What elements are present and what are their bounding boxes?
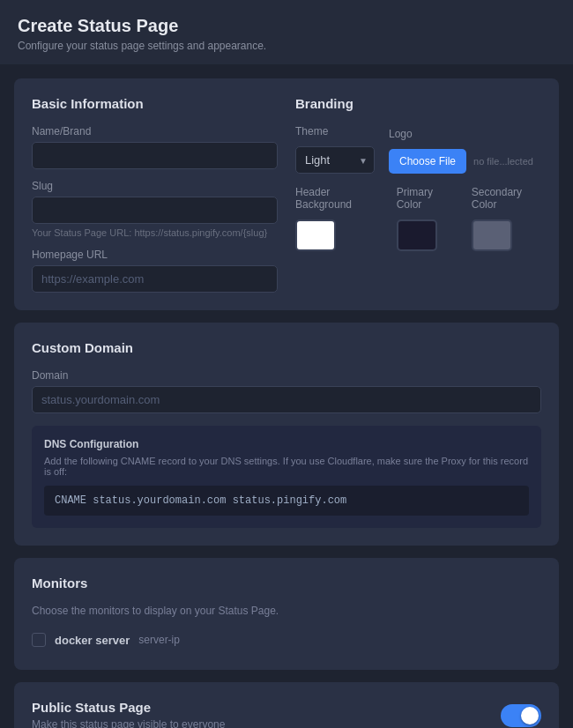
primary-color-label: Primary Color bbox=[397, 186, 454, 211]
choose-file-button[interactable]: Choose File bbox=[389, 149, 466, 174]
monitor-item: docker server server-ip bbox=[32, 628, 541, 652]
primary-color-group: Primary Color bbox=[397, 186, 454, 251]
slug-hint: Your Status Page URL: https://status.pin… bbox=[32, 227, 278, 238]
domain-label: Domain bbox=[32, 369, 541, 382]
slug-label: Slug bbox=[32, 180, 278, 192]
public-status-card: Public Status Page Make this status page… bbox=[14, 682, 559, 728]
dns-title: DNS Configuration bbox=[44, 438, 529, 450]
homepage-input[interactable] bbox=[32, 265, 278, 293]
dns-config-box: DNS Configuration Add the following CNAM… bbox=[32, 426, 541, 528]
header-bg-group: Header Background bbox=[295, 186, 379, 251]
toggle-track bbox=[501, 704, 541, 727]
dns-code: CNAME status.yourdomain.com status.pingi… bbox=[44, 486, 529, 516]
basic-branding-card: Basic Information Name/Brand Slug Your S… bbox=[14, 78, 559, 310]
homepage-label: Homepage URL bbox=[32, 249, 278, 261]
name-field-group: Name/Brand bbox=[32, 125, 278, 169]
logo-label: Logo bbox=[389, 128, 533, 140]
theme-select[interactable]: Light Dark bbox=[295, 146, 375, 174]
public-info: Public Status Page Make this status page… bbox=[32, 700, 225, 728]
branding-title: Branding bbox=[295, 96, 541, 111]
dns-desc: Add the following CNAME record to your D… bbox=[44, 456, 529, 477]
monitor-checkbox[interactable] bbox=[32, 633, 46, 647]
toggle-thumb bbox=[521, 707, 539, 724]
header-bg-label: Header Background bbox=[295, 186, 379, 211]
page-header: Create Status Page Configure your status… bbox=[0, 0, 573, 64]
theme-group: Theme Light Dark ▼ bbox=[295, 125, 375, 174]
basic-info-section: Basic Information Name/Brand Slug Your S… bbox=[32, 96, 278, 293]
monitor-name: docker server bbox=[55, 634, 130, 647]
branding-section: Branding Theme Light Dark ▼ bbox=[295, 96, 541, 293]
monitors-description: Choose the monitors to display on your S… bbox=[32, 605, 541, 617]
page-title: Create Status Page bbox=[18, 16, 555, 36]
slug-field-group: Slug Your Status Page URL: https://statu… bbox=[32, 180, 278, 238]
basic-info-title: Basic Information bbox=[32, 96, 278, 111]
logo-group: Logo Choose File no file...lected bbox=[389, 128, 533, 174]
no-file-text: no file...lected bbox=[473, 156, 533, 167]
homepage-field-group: Homepage URL bbox=[32, 249, 278, 293]
name-input[interactable] bbox=[32, 142, 278, 169]
public-toggle[interactable] bbox=[501, 704, 541, 727]
public-desc: Make this status page visible to everyon… bbox=[32, 718, 225, 728]
custom-domain-title: Custom Domain bbox=[32, 340, 541, 355]
theme-label: Theme bbox=[295, 125, 375, 137]
name-label: Name/Brand bbox=[32, 125, 278, 137]
secondary-color-swatch[interactable] bbox=[472, 219, 512, 251]
monitors-card: Monitors Choose the monitors to display … bbox=[14, 558, 559, 670]
primary-color-swatch[interactable] bbox=[397, 219, 437, 251]
domain-field-group: Domain bbox=[32, 369, 541, 413]
secondary-color-label: Secondary Color bbox=[472, 186, 541, 211]
page-subtitle: Configure your status page settings and … bbox=[18, 40, 555, 52]
domain-input[interactable] bbox=[32, 386, 541, 413]
monitor-tag: server-ip bbox=[138, 634, 180, 646]
header-bg-swatch[interactable] bbox=[295, 219, 336, 251]
monitors-title: Monitors bbox=[32, 576, 541, 591]
secondary-color-group: Secondary Color bbox=[472, 186, 541, 251]
slug-input[interactable] bbox=[32, 197, 278, 224]
public-title: Public Status Page bbox=[32, 700, 225, 715]
custom-domain-card: Custom Domain Domain DNS Configuration A… bbox=[14, 323, 559, 546]
